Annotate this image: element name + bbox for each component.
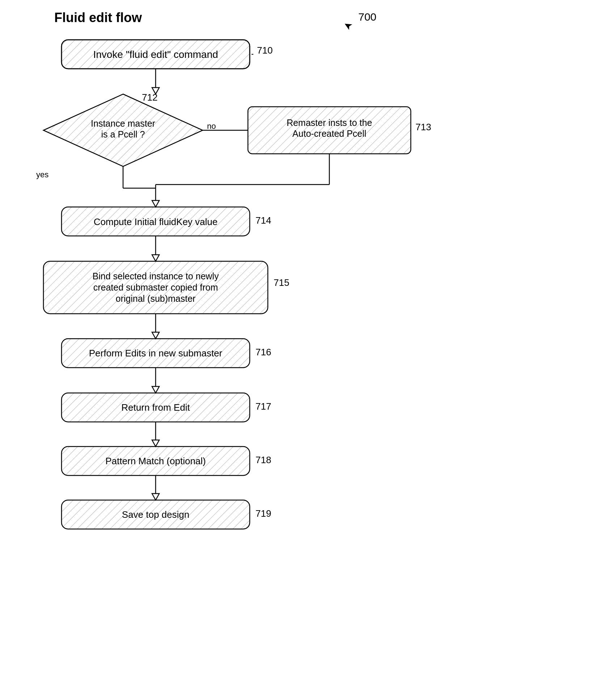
svg-marker-23 bbox=[152, 386, 159, 393]
label-712: 712 bbox=[142, 92, 157, 103]
label-718: 718 bbox=[256, 454, 271, 465]
box713-text2: Auto-created Pcell bbox=[292, 128, 366, 139]
label-716: 716 bbox=[256, 347, 271, 358]
box715-text1: Bind selected instance to newly bbox=[93, 271, 219, 281]
label-710: 710 bbox=[257, 45, 273, 56]
svg-marker-20 bbox=[152, 332, 159, 339]
svg-marker-29 bbox=[152, 494, 159, 500]
svg-marker-17 bbox=[152, 255, 159, 261]
box713-text1: Remaster insts to the bbox=[287, 118, 372, 128]
box718-text: Pattern Match (optional) bbox=[105, 456, 206, 466]
box710-text: Invoke "fluid edit" command bbox=[93, 49, 218, 60]
diamond712-text2: is a Pcell ? bbox=[101, 129, 145, 139]
label-717: 717 bbox=[256, 401, 271, 412]
diamond712-text1: Instance master bbox=[91, 118, 155, 128]
diagram-container: Invoke "fluid edit" command 710 Instance… bbox=[0, 0, 616, 681]
svg-marker-26 bbox=[152, 440, 159, 447]
label-714: 714 bbox=[256, 215, 271, 226]
box715-text3: original (sub)master bbox=[116, 293, 196, 304]
box715-text2: created submaster copied from bbox=[93, 282, 218, 292]
box714-text: Compute Initial fluidKey value bbox=[94, 216, 218, 227]
box719-text: Save top design bbox=[122, 509, 189, 520]
no-label: no bbox=[207, 122, 216, 131]
label-719: 719 bbox=[256, 508, 271, 519]
box717-text: Return from Edit bbox=[121, 402, 190, 413]
box716-text: Perform Edits in new submaster bbox=[89, 348, 223, 359]
page-title: Fluid edit flow bbox=[54, 10, 142, 25]
label-713: 713 bbox=[415, 122, 431, 132]
svg-marker-14 bbox=[152, 200, 159, 207]
label-715: 715 bbox=[274, 277, 289, 288]
diagram-label: 700 bbox=[358, 11, 376, 23]
yes-label: yes bbox=[36, 170, 48, 179]
